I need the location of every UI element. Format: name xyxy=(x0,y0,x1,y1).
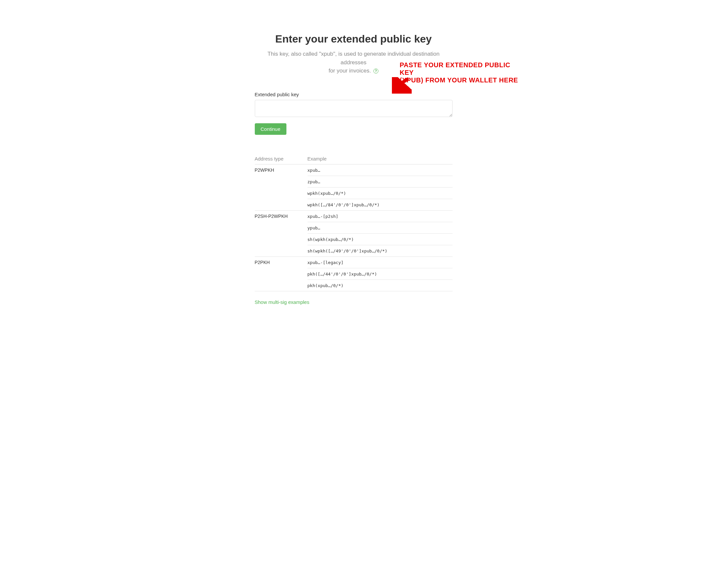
table-row: P2PKHxpub…-[legacy]pkh([…/44'/0'/0']xpub… xyxy=(255,257,452,291)
example-row: pkh([…/44'/0'/0']xpub…/0/*) xyxy=(307,268,452,280)
example-code: pkh([…/44'/0'/0']xpub…/0/*) xyxy=(307,272,377,277)
xpub-input[interactable] xyxy=(255,100,452,117)
show-multisig-link[interactable]: Show multi-sig examples xyxy=(255,299,309,305)
page-title: Enter your extended public key xyxy=(255,33,452,45)
example-code: xpub…-[legacy] xyxy=(307,260,344,265)
address-type-cell: P2PKH xyxy=(255,257,307,291)
continue-button[interactable]: Continue xyxy=(255,123,287,135)
example-row: wpkh([…/84'/0'/0']xpub…/0/*) xyxy=(307,199,452,211)
arrow-icon xyxy=(392,77,412,94)
example-row: sh(wpkh(xpub…/0/*) xyxy=(307,234,452,245)
example-cell: xpub…zpub…wpkh(xpub…/0/*)wpkh([…/84'/0'/… xyxy=(307,164,452,211)
example-cell: xpub…-[legacy]pkh([…/44'/0'/0']xpub…/0/*… xyxy=(307,257,452,291)
example-row: wpkh(xpub…/0/*) xyxy=(307,187,452,199)
xpub-form: Extended public key Continue xyxy=(255,92,452,135)
th-address-type: Address type xyxy=(255,153,307,165)
example-cell: xpub…-[p2sh]ypub…sh(wpkh(xpub…/0/*)sh(wp… xyxy=(307,211,452,257)
subtitle-line1: This key, also called "xpub", is used to… xyxy=(267,51,439,66)
example-row: xpub…-[p2sh] xyxy=(307,211,452,222)
examples-table: Address type Example P2WPKHxpub…zpub…wpk… xyxy=(255,153,452,292)
example-row: pkh(xpub…/0/*) xyxy=(307,280,452,291)
help-icon[interactable]: ? xyxy=(373,69,378,73)
example-code: xpub…-[p2sh] xyxy=(307,214,338,219)
table-row: P2WPKHxpub…zpub…wpkh(xpub…/0/*)wpkh([…/8… xyxy=(255,164,452,211)
address-type-cell: P2WPKH xyxy=(255,164,307,211)
table-row: P2SH-P2WPKHxpub…-[p2sh]ypub…sh(wpkh(xpub… xyxy=(255,211,452,257)
example-code: ypub… xyxy=(307,226,321,231)
example-row: ypub… xyxy=(307,222,452,234)
example-code: sh(wpkh(xpub…/0/*) xyxy=(307,237,354,242)
address-type-cell: P2SH-P2WPKH xyxy=(255,211,307,257)
example-code: sh(wpkh([…/49'/0'/0']xpub…/0/*) xyxy=(307,248,388,253)
example-code: zpub… xyxy=(307,179,321,184)
th-example: Example xyxy=(307,153,452,165)
example-row: xpub…-[legacy] xyxy=(307,257,452,268)
example-code: pkh(xpub…/0/*) xyxy=(307,283,344,288)
example-code: wpkh([…/84'/0'/0']xpub…/0/*) xyxy=(307,202,380,207)
subtitle-line2: for your invoices. xyxy=(329,68,371,74)
example-code: wpkh(xpub…/0/*) xyxy=(307,191,346,196)
page-subtitle: This key, also called "xpub", is used to… xyxy=(255,50,452,75)
example-row: zpub… xyxy=(307,176,452,187)
example-row: sh(wpkh([…/49'/0'/0']xpub…/0/*) xyxy=(307,245,452,257)
annotation-line2: (XPUB) FROM YOUR WALLET HERE xyxy=(400,76,518,84)
example-row: xpub… xyxy=(307,165,452,176)
example-code: xpub… xyxy=(307,168,321,173)
xpub-label: Extended public key xyxy=(255,92,452,97)
